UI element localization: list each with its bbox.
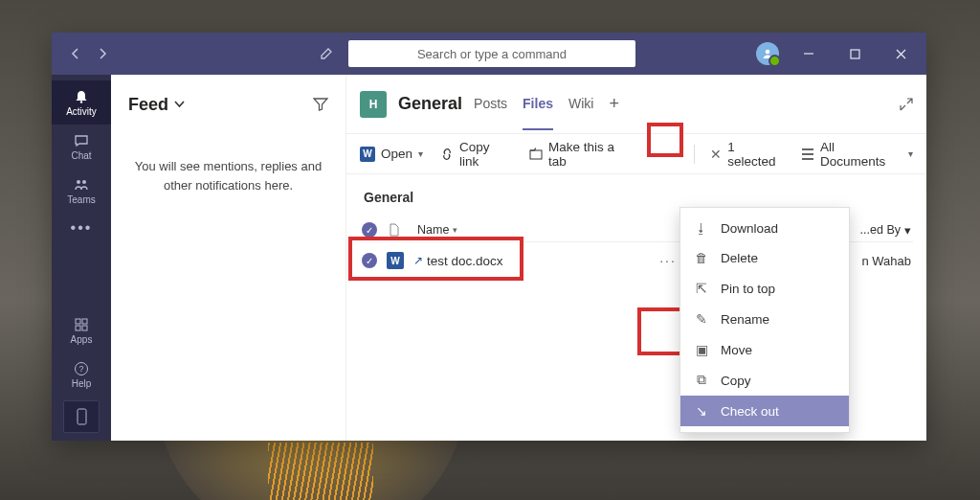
open-label: Open	[381, 147, 412, 161]
column-name[interactable]: Name ▾	[417, 223, 457, 237]
files-area: General ✓ Name ▾ ...ed By ▾	[346, 174, 926, 441]
feed-title-dropdown[interactable]: Feed	[128, 95, 185, 115]
ctx-label: Pin to top	[721, 282, 775, 296]
svg-point-2	[80, 101, 82, 102]
context-menu: ⭳ Download 🗑 Delete ⇱ Pin to top ✎	[679, 207, 850, 433]
device-icon	[77, 408, 87, 425]
copy-link-label: Copy link	[459, 140, 512, 169]
select-all-checkbox[interactable]: ✓	[362, 222, 377, 238]
feed-empty-message: You will see mentions, replies and other…	[134, 157, 323, 194]
rail-help[interactable]: ? Help	[52, 352, 111, 397]
ctx-checkout[interactable]: ↘ Check out	[680, 396, 849, 426]
rail-label: Help	[72, 378, 92, 389]
svg-rect-7	[76, 326, 80, 330]
team-badge: H	[360, 91, 387, 118]
chevron-down-icon	[174, 101, 185, 108]
open-button[interactable]: W Open ▾	[360, 147, 423, 162]
ctx-rename[interactable]: ✎ Rename	[680, 304, 849, 334]
chevron-down-icon: ▾	[418, 148, 423, 159]
tab-files[interactable]: Files	[523, 79, 553, 130]
ctx-pin[interactable]: ⇱ Pin to top	[680, 273, 849, 304]
teams-icon	[74, 177, 89, 193]
list-icon	[801, 148, 814, 160]
channel-main: H General Posts Files Wiki +	[346, 75, 926, 441]
rename-icon: ✎	[694, 311, 709, 327]
rail-label: Chat	[71, 150, 91, 161]
filter-button[interactable]	[313, 97, 328, 112]
svg-rect-11	[78, 409, 86, 424]
make-tab-label: Make this a tab	[548, 140, 635, 169]
tab-icon	[529, 148, 543, 161]
chevron-down-icon: ▾	[904, 223, 911, 238]
close-button[interactable]	[884, 39, 917, 68]
titlebar: Search or type a command	[52, 33, 926, 75]
feed-panel: Feed You will see mentions, replies and …	[111, 75, 346, 441]
rail-label: Teams	[67, 194, 95, 205]
column-modified-by[interactable]: ...ed By ▾	[860, 223, 911, 238]
expand-button[interactable]	[900, 98, 913, 111]
pin-icon: ⇱	[694, 281, 709, 296]
all-docs-label: All Documents	[820, 140, 902, 169]
svg-rect-12	[530, 150, 542, 159]
search-input[interactable]: Search or type a command	[348, 40, 635, 67]
files-toolbar: W Open ▾ Copy link Make this a tab ···	[346, 134, 926, 174]
ctx-download[interactable]: ⭳ Download	[680, 214, 849, 243]
link-icon	[440, 148, 454, 161]
move-icon: ▣	[694, 342, 709, 357]
close-icon: ✕	[710, 147, 722, 162]
compose-button[interactable]	[314, 41, 339, 66]
rail-device[interactable]	[63, 400, 100, 433]
nav-forward-button[interactable]	[90, 41, 115, 66]
minimize-button[interactable]	[792, 39, 825, 68]
chat-icon	[74, 133, 89, 148]
svg-point-3	[77, 180, 80, 184]
checkout-icon: ↘	[694, 403, 709, 419]
file-modified-by: n Wahab	[861, 254, 911, 268]
ctx-label: Copy	[721, 374, 751, 388]
rail-activity[interactable]: Activity	[52, 80, 111, 125]
row-checkbox[interactable]: ✓	[362, 253, 377, 268]
channel-title: General	[398, 94, 462, 114]
chevron-down-icon: ▾	[908, 148, 913, 159]
copy-icon: ⧉	[694, 373, 709, 388]
chevron-down-icon: ▾	[453, 225, 457, 235]
tab-posts[interactable]: Posts	[474, 79, 507, 130]
checked-out-icon: ↗	[413, 254, 423, 267]
rail-label: Apps	[71, 334, 93, 345]
tab-add-button[interactable]: +	[609, 94, 619, 114]
file-type-column-icon	[387, 222, 402, 238]
ctx-delete[interactable]: 🗑 Delete	[680, 243, 849, 273]
copy-link-button[interactable]: Copy link	[440, 140, 512, 169]
make-tab-button[interactable]: Make this a tab	[529, 140, 635, 169]
ctx-label: Check out	[721, 404, 779, 419]
tab-wiki[interactable]: Wiki	[568, 79, 593, 130]
trash-icon: 🗑	[694, 251, 709, 265]
avatar[interactable]	[756, 42, 779, 65]
row-more-button[interactable]: ···	[659, 253, 677, 268]
view-dropdown[interactable]: All Documents ▾	[801, 140, 913, 169]
app-rail: Activity Chat Teams ••• Apps	[52, 75, 111, 441]
clear-selection-button[interactable]: ✕ 1 selected	[710, 140, 786, 169]
feed-title: Feed	[128, 95, 168, 115]
rail-teams[interactable]: Teams	[52, 169, 111, 213]
word-icon: W	[360, 147, 375, 162]
nav-back-button[interactable]	[63, 41, 88, 66]
apps-icon	[74, 317, 89, 332]
rail-more[interactable]: •••	[52, 213, 111, 243]
ctx-move[interactable]: ▣ Move	[680, 334, 849, 365]
folder-title: General	[364, 190, 909, 205]
ctx-label: Move	[721, 343, 752, 357]
word-icon: W	[387, 252, 404, 269]
svg-rect-8	[82, 326, 87, 330]
svg-rect-1	[851, 50, 859, 58]
maximize-button[interactable]	[838, 39, 871, 68]
svg-point-4	[82, 180, 86, 184]
rail-chat[interactable]: Chat	[52, 125, 111, 169]
column-name-label: Name	[417, 223, 449, 237]
file-name: test doc.docx	[427, 254, 503, 268]
ctx-copy[interactable]: ⧉ Copy	[680, 365, 849, 396]
selected-text: 1 selected	[727, 140, 786, 169]
help-icon: ?	[74, 361, 89, 376]
rail-apps[interactable]: Apps	[52, 308, 111, 352]
toolbar-more-button[interactable]: ···	[653, 142, 678, 167]
